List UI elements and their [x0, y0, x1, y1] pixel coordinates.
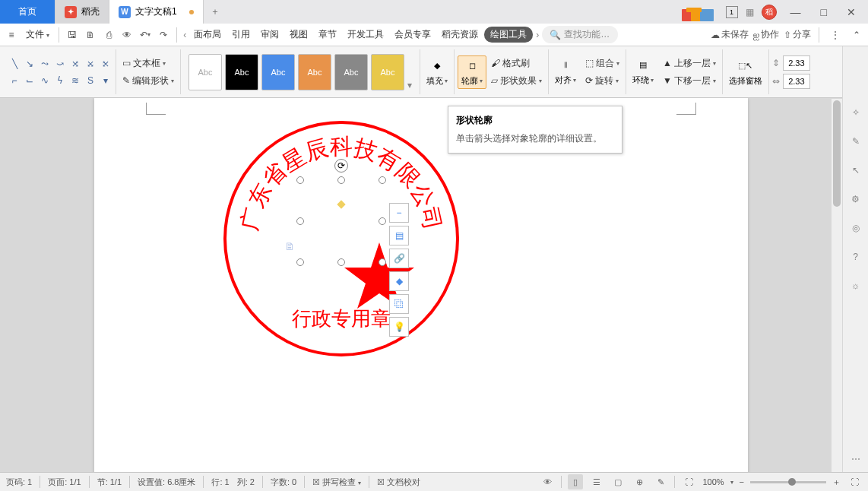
shape-effect-button[interactable]: ▱形状效果▾: [488, 73, 545, 89]
undo-icon[interactable]: ↶▾: [137, 27, 154, 43]
side-template-icon[interactable]: ✧: [852, 107, 860, 118]
move-down-button[interactable]: ▼下移一层▾: [660, 73, 719, 89]
statusbar: 页码: 1 页面: 1/1 节: 1/1 设置值: 6.8厘米 行: 1 列: …: [0, 472, 868, 491]
template-center-icon[interactable]: [680, 3, 718, 21]
float-minus-button[interactable]: −: [389, 203, 409, 223]
side-bulb-icon[interactable]: ☼: [851, 280, 860, 291]
float-copy-button[interactable]: ⿻: [389, 294, 409, 314]
side-settings-icon[interactable]: ⚙: [851, 194, 860, 204]
preview-icon[interactable]: 👁: [119, 27, 135, 43]
style-swatch[interactable]: Abc: [188, 54, 222, 90]
view-page-icon[interactable]: ▯: [568, 474, 583, 489]
selection-pane-button[interactable]: ⬚↖ 选择窗格: [726, 56, 765, 88]
view-web-icon[interactable]: ⊕: [632, 474, 647, 489]
spellcheck-toggle[interactable]: ☒ 拼写检查 ▾: [312, 477, 361, 488]
status-chars[interactable]: 字数: 0: [271, 477, 296, 488]
fullscreen-icon[interactable]: ⛶: [847, 474, 862, 489]
new-tab-button[interactable]: ＋: [204, 0, 227, 24]
tab-document[interactable]: W 文字文稿1: [109, 0, 204, 24]
menu-view[interactable]: 视图: [285, 26, 312, 43]
menu-section[interactable]: 章节: [314, 26, 341, 43]
menu-devtools[interactable]: 开发工具: [343, 26, 388, 43]
style-swatch[interactable]: Abc: [298, 54, 331, 90]
vertical-scrollbar[interactable]: [832, 99, 842, 472]
unsaved-indicator[interactable]: ☁未保存: [711, 28, 749, 41]
collaboration-button[interactable]: ஐ协作: [753, 28, 779, 41]
menu-layout[interactable]: 面布局: [189, 26, 226, 43]
shapes-more-icon[interactable]: ▾: [99, 73, 112, 88]
shape-adjust-handle[interactable]: [337, 200, 345, 208]
fill-button[interactable]: ◆ 填充▾: [423, 56, 451, 88]
menu-review[interactable]: 审阅: [256, 26, 284, 43]
side-help-icon[interactable]: ?: [853, 252, 858, 262]
style-swatch[interactable]: Abc: [334, 54, 368, 90]
more-icon[interactable]: ⋮: [827, 27, 844, 43]
float-layout-button[interactable]: ▤: [389, 226, 409, 246]
view-outline-icon[interactable]: ☰: [589, 474, 604, 489]
edit-shape-button[interactable]: ✎ 编辑形状 ▾: [119, 73, 177, 89]
width-input[interactable]: 2.33: [783, 74, 810, 89]
zoom-level[interactable]: 100%: [702, 477, 724, 486]
shapes-gallery[interactable]: ╲↘⤳ ⤻⤨⤩⤪ ⌐⌙∿ ϟ≋S ▾: [5, 49, 116, 94]
float-link-button[interactable]: 🔗: [389, 249, 409, 268]
hamburger-icon[interactable]: ≡: [3, 27, 20, 43]
side-select-icon[interactable]: ↖: [852, 165, 860, 176]
height-input[interactable]: 2.33: [783, 55, 810, 71]
style-swatch[interactable]: Abc: [225, 54, 258, 90]
tab-home[interactable]: 首页: [0, 0, 55, 24]
grid-icon[interactable]: ▦: [746, 7, 754, 17]
outline-button[interactable]: ◻ 轮廓▾: [458, 55, 486, 89]
view-edit-icon[interactable]: ✎: [653, 474, 668, 489]
rotation-handle[interactable]: ⟳: [334, 159, 348, 173]
status-page-num[interactable]: 页码: 1: [6, 477, 32, 488]
float-tip-button[interactable]: 💡: [389, 317, 409, 337]
side-more-icon[interactable]: ⋯: [851, 454, 860, 464]
layout-switch-icon[interactable]: 1: [726, 6, 738, 18]
menu-drawingtools[interactable]: 绘图工具: [484, 27, 533, 43]
share-button[interactable]: ⇧分享: [784, 28, 811, 41]
maximize-button[interactable]: □: [815, 3, 833, 21]
collapse-ribbon-icon[interactable]: ⌃: [848, 27, 865, 43]
nav-next-icon[interactable]: ›: [534, 30, 540, 40]
minimize-button[interactable]: —: [784, 3, 807, 21]
eye-mode-icon[interactable]: 👁: [540, 474, 555, 489]
menu-vip[interactable]: 会员专享: [390, 26, 436, 43]
print-icon[interactable]: ⎙: [100, 27, 117, 43]
format-painter-button[interactable]: 🖌格式刷: [488, 55, 545, 71]
float-fill-button[interactable]: ◆: [389, 271, 409, 291]
close-button[interactable]: ✕: [841, 3, 862, 21]
side-ai-icon[interactable]: ◎: [852, 223, 860, 233]
wrap-button[interactable]: ▤ 环绕▾: [629, 55, 657, 89]
ribbon: ╲↘⤳ ⤻⤨⤩⤪ ⌐⌙∿ ϟ≋S ▾ ▭ 文本框 ▾ ✎ 编辑形状 ▾ Abc …: [0, 46, 868, 98]
file-menu[interactable]: 文件 ▾: [21, 26, 54, 43]
style-more-icon[interactable]: ▾: [407, 80, 412, 90]
menu-resources[interactable]: 稻壳资源: [437, 26, 483, 43]
group-button[interactable]: ⬚组合▾: [582, 55, 622, 71]
style-gallery[interactable]: Abc Abc Abc Abc Abc Abc ▾: [184, 54, 417, 90]
selection-handles[interactable]: ⟳: [300, 180, 382, 262]
style-swatch[interactable]: Abc: [371, 54, 404, 90]
redo-icon[interactable]: ↷: [155, 27, 172, 43]
move-up-button[interactable]: ▲上移一层▾: [660, 55, 719, 71]
search-input[interactable]: 🔍 查找功能…: [542, 26, 618, 43]
rotate-button[interactable]: ⟳旋转▾: [582, 73, 622, 89]
fit-width-icon[interactable]: ⛶: [681, 474, 696, 489]
doccheck-button[interactable]: ☒ 文档校对: [377, 477, 420, 488]
user-avatar[interactable]: 稻: [762, 5, 777, 20]
textbox-button[interactable]: ▭ 文本框 ▾: [119, 55, 177, 71]
nav-prev-icon[interactable]: ‹: [182, 30, 188, 40]
save-icon[interactable]: 🖫: [64, 27, 81, 43]
tab-daoke[interactable]: ✦ 稻壳: [55, 0, 109, 24]
view-read-icon[interactable]: ▢: [610, 474, 626, 489]
document-canvas[interactable]: 🗎 广东省星辰科技有限公司 行政专用章 ⟳: [0, 98, 842, 472]
menu-references[interactable]: 引用: [227, 26, 255, 43]
zoom-slider[interactable]: [750, 481, 826, 483]
zoom-out-button[interactable]: −: [740, 477, 744, 486]
scrollbar-thumb[interactable]: [833, 100, 841, 207]
status-page-of[interactable]: 页面: 1/1: [48, 477, 81, 488]
align-button[interactable]: ⫴ 对齐▾: [552, 55, 579, 89]
zoom-in-button[interactable]: ＋: [832, 477, 841, 488]
side-pen-icon[interactable]: ✎: [852, 136, 860, 147]
style-swatch[interactable]: Abc: [261, 54, 295, 90]
save-as-icon[interactable]: 🗎: [82, 27, 99, 43]
